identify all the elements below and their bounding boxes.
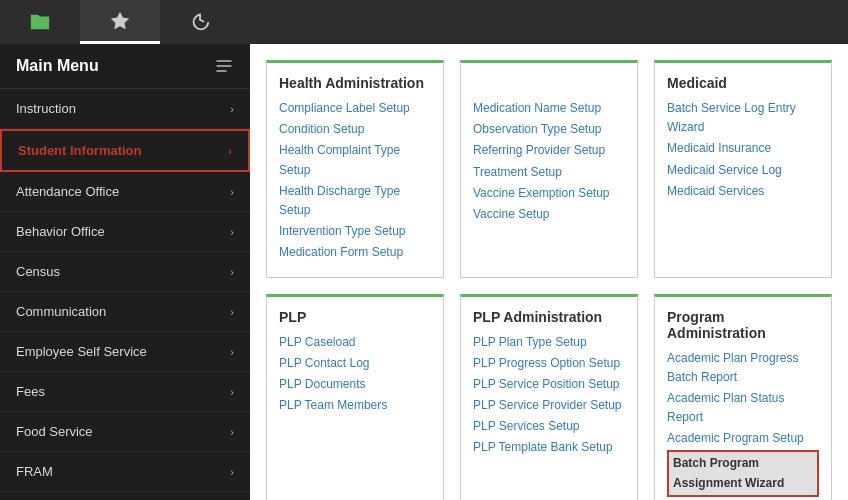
sidebar-item-food-service[interactable]: Food Service › <box>0 412 250 452</box>
sidebar-item-fees[interactable]: Fees › <box>0 372 250 412</box>
link-health-discharge-type-setup[interactable]: Health Discharge Type Setup <box>279 182 431 220</box>
link-plp-progress-option-setup[interactable]: PLP Progress Option Setup <box>473 354 625 373</box>
link-vaccine-exemption-setup[interactable]: Vaccine Exemption Setup <box>473 184 625 203</box>
svg-rect-1 <box>217 65 232 67</box>
sidebar-title: Main Menu <box>16 57 99 75</box>
sidebar-item-behavior-office[interactable]: Behavior Office › <box>0 212 250 252</box>
chevron-icon: › <box>228 145 232 157</box>
link-intervention-type-setup[interactable]: Intervention Type Setup <box>279 222 431 241</box>
link-plp-plan-type-setup[interactable]: PLP Plan Type Setup <box>473 333 625 352</box>
link-medication-form-setup[interactable]: Medication Form Setup <box>279 243 431 262</box>
sidebar-item-communication[interactable]: Communication › <box>0 292 250 332</box>
link-medicaid-services[interactable]: Medicaid Services <box>667 182 819 201</box>
link-batch-program-assignment-wizard[interactable]: Batch Program Assignment Wizard <box>667 450 819 496</box>
sidebar-item-instruction[interactable]: Instruction › <box>0 89 250 129</box>
link-academic-plan-progress-batch-report[interactable]: Academic Plan Progress Batch Report <box>667 349 819 387</box>
link-plp-service-provider-setup[interactable]: PLP Service Provider Setup <box>473 396 625 415</box>
link-plp-documents[interactable]: PLP Documents <box>279 375 431 394</box>
section-health-administration-2: Medication Name Setup Observation Type S… <box>460 60 638 278</box>
chevron-icon: › <box>230 466 234 478</box>
chevron-icon: › <box>230 306 234 318</box>
tab-star[interactable] <box>80 0 160 44</box>
link-plp-caseload[interactable]: PLP Caseload <box>279 333 431 352</box>
link-medication-name-setup[interactable]: Medication Name Setup <box>473 99 625 118</box>
chevron-icon: › <box>230 103 234 115</box>
sidebar-label: Behavior Office <box>16 224 105 239</box>
sidebar-label: Communication <box>16 304 106 319</box>
sidebar-label: Instruction <box>16 101 76 116</box>
chevron-icon: › <box>230 186 234 198</box>
link-medicaid-insurance[interactable]: Medicaid Insurance <box>667 139 819 158</box>
tab-folder[interactable] <box>0 0 80 44</box>
section-title-plp-admin: PLP Administration <box>473 309 625 325</box>
link-vaccine-setup[interactable]: Vaccine Setup <box>473 205 625 224</box>
sidebar-item-attendance-office[interactable]: Attendance Office › <box>0 172 250 212</box>
link-referring-provider-setup[interactable]: Referring Provider Setup <box>473 141 625 160</box>
sidebar-label: Census <box>16 264 60 279</box>
link-plp-team-members[interactable]: PLP Team Members <box>279 396 431 415</box>
section-title-plp: PLP <box>279 309 431 325</box>
link-batch-service-log-entry-wizard[interactable]: Batch Service Log Entry Wizard <box>667 99 819 137</box>
link-observation-type-setup[interactable]: Observation Type Setup <box>473 120 625 139</box>
link-health-complaint-type-setup[interactable]: Health Complaint Type Setup <box>279 141 431 179</box>
sidebar-header: Main Menu <box>0 44 250 89</box>
chevron-icon: › <box>230 226 234 238</box>
link-medicaid-service-log[interactable]: Medicaid Service Log <box>667 161 819 180</box>
section-plp-administration: PLP Administration PLP Plan Type Setup P… <box>460 294 638 501</box>
link-treatment-setup[interactable]: Treatment Setup <box>473 163 625 182</box>
sidebar-item-census[interactable]: Census › <box>0 252 250 292</box>
section-title-program-admin: Program Administration <box>667 309 819 341</box>
content-grid: Health Administration Compliance Label S… <box>266 60 832 500</box>
sidebar-label: Student Information <box>18 143 142 158</box>
top-tab-bar <box>0 0 848 44</box>
chevron-icon: › <box>230 346 234 358</box>
link-academic-program-setup[interactable]: Academic Program Setup <box>667 429 819 448</box>
menu-icon <box>214 56 234 76</box>
chevron-icon: › <box>230 426 234 438</box>
link-condition-setup[interactable]: Condition Setup <box>279 120 431 139</box>
sidebar-label: Employee Self Service <box>16 344 147 359</box>
chevron-icon: › <box>230 386 234 398</box>
section-program-administration: Program Administration Academic Plan Pro… <box>654 294 832 501</box>
sidebar-label: Fees <box>16 384 45 399</box>
svg-rect-2 <box>217 70 227 72</box>
section-plp: PLP PLP Caseload PLP Contact Log PLP Doc… <box>266 294 444 501</box>
section-title-health-admin: Health Administration <box>279 75 431 91</box>
link-plp-services-setup[interactable]: PLP Services Setup <box>473 417 625 436</box>
link-academic-plan-status-report[interactable]: Academic Plan Status Report <box>667 389 819 427</box>
sidebar-item-student-information[interactable]: Student Information › <box>0 129 250 172</box>
sidebar-item-fram[interactable]: FRAM › <box>0 452 250 492</box>
link-plp-service-position-setup[interactable]: PLP Service Position Setup <box>473 375 625 394</box>
section-title-health-admin-2 <box>473 75 625 91</box>
content-area: Health Administration Compliance Label S… <box>250 44 848 500</box>
link-compliance-label-setup[interactable]: Compliance Label Setup <box>279 99 431 118</box>
sidebar-label: FRAM <box>16 464 53 479</box>
tab-history[interactable] <box>160 0 240 44</box>
section-title-medicaid: Medicaid <box>667 75 819 91</box>
sidebar-item-employee-self-service[interactable]: Employee Self Service › <box>0 332 250 372</box>
sidebar-label: Food Service <box>16 424 93 439</box>
main-layout: Main Menu Instruction › Student Informat… <box>0 44 848 500</box>
section-health-administration: Health Administration Compliance Label S… <box>266 60 444 278</box>
sidebar-label: Attendance Office <box>16 184 119 199</box>
chevron-icon: › <box>230 266 234 278</box>
sidebar: Main Menu Instruction › Student Informat… <box>0 44 250 500</box>
link-plp-template-bank-setup[interactable]: PLP Template Bank Setup <box>473 438 625 457</box>
section-medicaid: Medicaid Batch Service Log Entry Wizard … <box>654 60 832 278</box>
svg-rect-0 <box>217 60 232 62</box>
link-plp-contact-log[interactable]: PLP Contact Log <box>279 354 431 373</box>
